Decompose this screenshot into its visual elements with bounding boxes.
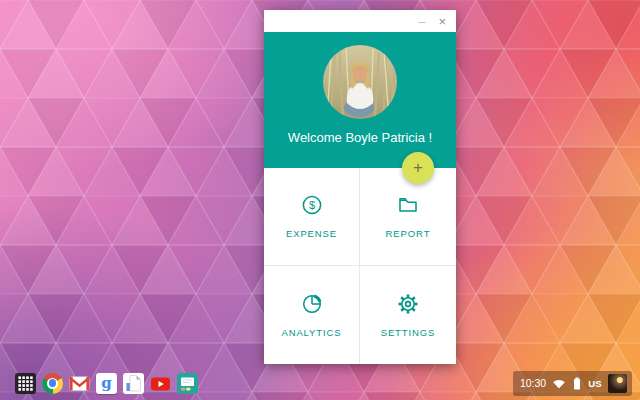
dollar-circle-icon: $ — [301, 194, 323, 216]
welcome-text: Welcome Boyle Patricia ! — [288, 130, 432, 145]
grid-launcher-icon — [15, 373, 36, 394]
menu-item-label: REPORT — [386, 228, 431, 239]
document-icon — [123, 373, 144, 394]
add-fab-button[interactable]: + — [402, 152, 434, 184]
profile-avatar — [323, 45, 397, 119]
taskbar-shelf: g — [0, 366, 640, 400]
gmail-icon[interactable] — [69, 373, 90, 394]
google-docs-icon[interactable] — [123, 373, 144, 394]
menu-item-analytics[interactable]: ANALYTICS — [264, 266, 360, 364]
youtube-icon[interactable] — [150, 373, 171, 394]
minimize-button[interactable]: – — [418, 15, 425, 28]
clock: 10:30 — [520, 377, 546, 389]
profile-photo — [323, 45, 397, 119]
chrome-ring — [42, 373, 63, 394]
gear-icon — [397, 293, 419, 315]
google-g-letter: g — [101, 376, 112, 391]
system-tray[interactable]: 10:30 US — [513, 371, 632, 396]
window-titlebar: – × — [264, 10, 456, 32]
wifi-icon — [552, 378, 566, 389]
shelf-app-icons: g — [15, 373, 198, 394]
keyboard-layout-indicator: US — [588, 378, 602, 389]
close-button[interactable]: × — [438, 15, 446, 28]
envelope-icon — [69, 373, 90, 394]
app-window: – × — [264, 10, 456, 364]
battery-icon — [572, 377, 582, 390]
folder-icon — [397, 194, 419, 216]
menu-item-label: EXPENSE — [286, 228, 337, 239]
menu-item-label: ANALYTICS — [281, 327, 341, 338]
app-header: Welcome Boyle Patricia ! + — [264, 32, 456, 168]
cash-register-icon — [177, 373, 198, 394]
menu-item-expense[interactable]: $ EXPENSE — [264, 168, 360, 266]
expense-app-icon[interactable] — [177, 373, 198, 394]
svg-text:$: $ — [308, 199, 314, 211]
app-launcher-icon[interactable] — [15, 373, 36, 394]
menu-item-report[interactable]: REPORT — [360, 168, 456, 266]
chrome-icon[interactable] — [42, 373, 63, 394]
chrome-core — [49, 379, 57, 387]
menu-grid: $ EXPENSE REPORT ANALYTICS — [264, 168, 456, 364]
menu-item-settings[interactable]: SETTINGS — [360, 266, 456, 364]
google-search-icon[interactable]: g — [96, 373, 117, 394]
pie-chart-icon — [301, 293, 323, 315]
play-button-icon — [150, 373, 171, 394]
user-avatar — [608, 374, 627, 393]
menu-item-label: SETTINGS — [381, 327, 436, 338]
